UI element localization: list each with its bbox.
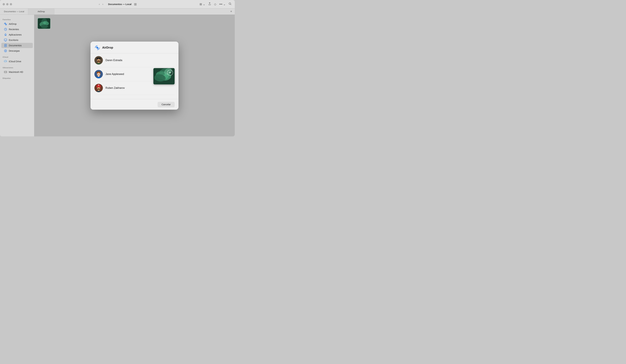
svg-rect-31 <box>97 77 101 78</box>
recientes-label: Recientes <box>9 28 19 31</box>
sidebar-section-icloud: iCloud <box>0 55 34 59</box>
sidebar-item-escritorio[interactable]: Escritorio <box>1 37 33 43</box>
avatar-jane <box>94 70 103 78</box>
icloud-drive-label: iCloud Drive <box>9 60 21 63</box>
close-button[interactable] <box>2 3 5 5</box>
view-switcher-icon[interactable]: ⊞ <box>134 2 137 6</box>
person-name-jane: Jane Appleseed <box>106 73 124 75</box>
svg-point-29 <box>99 74 100 74</box>
rocket-icon <box>4 33 7 36</box>
avatar-daren <box>94 56 103 65</box>
sidebar-item-aplicaciones[interactable]: Aplicaciones <box>1 32 33 37</box>
modal-footer: Cancelar <box>90 99 179 110</box>
desktop-icon <box>4 38 7 42</box>
svg-line-1 <box>231 4 231 5</box>
descargas-label: Descargas <box>9 49 20 52</box>
finder-window: ‹ › Documentos — Local ⊞ ⊞ ⌄ ◇ ••• ⌄ <box>0 0 235 136</box>
minimize-button[interactable] <box>6 3 8 5</box>
escritorio-label: Escritorio <box>9 39 18 41</box>
view-options-button[interactable]: ⊞ ⌄ <box>199 2 206 7</box>
person-name-daren: Daren Estrada <box>106 59 122 62</box>
doc-icon <box>4 44 7 47</box>
thumbnail-logo: KE <box>167 70 173 75</box>
svg-rect-18 <box>97 58 101 59</box>
modal-body: Daren Estrada <box>90 53 179 99</box>
svg-point-28 <box>98 74 98 74</box>
nav-buttons: ‹ › <box>98 2 104 6</box>
sidebar-item-recientes[interactable]: Recientes <box>1 27 33 32</box>
sidebar-item-airdrop[interactable]: AirDrop <box>1 21 33 27</box>
modal-file-thumbnail: KE Introductionto Plants <box>154 68 175 84</box>
sidebar-item-documentos[interactable]: Documentos <box>1 43 33 48</box>
macintosh-hd-label: Macintosh HD <box>9 71 23 73</box>
svg-point-2 <box>5 23 6 24</box>
sidebar-section-ubicaciones: Ubicaciones <box>0 65 34 69</box>
airdrop-modal-icon <box>94 45 100 51</box>
svg-point-37 <box>97 89 100 90</box>
modal-title: AirDrop <box>102 46 113 49</box>
sidebar-item-macintosh-hd[interactable]: Macintosh HD <box>1 70 33 75</box>
svg-point-27 <box>97 73 100 76</box>
svg-rect-24 <box>97 63 101 65</box>
svg-point-15 <box>96 47 98 49</box>
svg-rect-41 <box>97 91 101 92</box>
tag-button[interactable]: ◇ <box>213 2 217 7</box>
airdrop-label: AirDrop <box>9 23 16 25</box>
sidebar-section-etiquetas: Etiquetas <box>0 76 34 80</box>
search-button[interactable] <box>228 2 232 7</box>
main-content: Favoritos AirDrop <box>0 15 235 136</box>
title-center-group: ‹ › Documentos — Local ⊞ <box>98 2 137 6</box>
svg-point-22 <box>99 60 100 60</box>
cancel-button[interactable]: Cancelar <box>158 102 175 107</box>
file-area: AirDrop <box>34 15 235 136</box>
window-title: Documentos — Local <box>108 3 131 5</box>
tab-add-button[interactable]: + <box>228 8 235 14</box>
svg-point-21 <box>98 60 98 60</box>
more-button[interactable]: ••• ⌄ <box>219 2 226 7</box>
title-bar: ‹ › Documentos — Local ⊞ ⊞ ⌄ ◇ ••• ⌄ <box>0 0 235 8</box>
icloud-icon <box>4 60 7 63</box>
tab-documentos[interactable]: Documentos — Local <box>0 8 28 14</box>
svg-rect-4 <box>4 39 7 41</box>
share-icon <box>208 2 211 5</box>
modal-header: AirDrop <box>90 41 179 53</box>
airdrop-modal: AirDrop <box>90 41 179 110</box>
share-button[interactable] <box>207 2 212 7</box>
clock-icon <box>4 28 7 31</box>
svg-point-39 <box>99 88 99 88</box>
aplicaciones-label: Aplicaciones <box>9 34 22 36</box>
sidebar: Favoritos AirDrop <box>0 15 34 136</box>
tab-airdrop[interactable]: AirDrop <box>28 8 54 14</box>
person-name-ruben: Ruben Zakharov <box>106 86 125 89</box>
download-icon <box>4 49 7 52</box>
toolbar-icons: ⊞ ⌄ ◇ ••• ⌄ <box>199 2 232 7</box>
sidebar-item-descargas[interactable]: Descargas <box>1 48 33 53</box>
airdrop-icon <box>4 22 7 26</box>
tabs-bar: Documentos — Local AirDrop + <box>0 8 235 15</box>
maximize-button[interactable] <box>10 3 12 5</box>
hdd-icon <box>4 70 7 74</box>
svg-point-35 <box>98 85 99 86</box>
person-row-daren[interactable]: Daren Estrada <box>94 53 175 67</box>
svg-point-38 <box>98 88 98 88</box>
nav-back-button[interactable]: ‹ <box>98 2 101 6</box>
sidebar-section-favoritos: Favoritos <box>0 17 34 21</box>
search-icon <box>229 2 232 5</box>
nav-forward-button[interactable]: › <box>101 2 104 6</box>
svg-point-8 <box>6 72 6 72</box>
modal-overlay: AirDrop <box>34 15 235 136</box>
avatar-ruben <box>94 84 103 92</box>
documentos-label: Documentos <box>9 44 22 47</box>
window-controls <box>2 3 12 5</box>
sidebar-item-icloud-drive[interactable]: iCloud Drive <box>1 59 33 64</box>
